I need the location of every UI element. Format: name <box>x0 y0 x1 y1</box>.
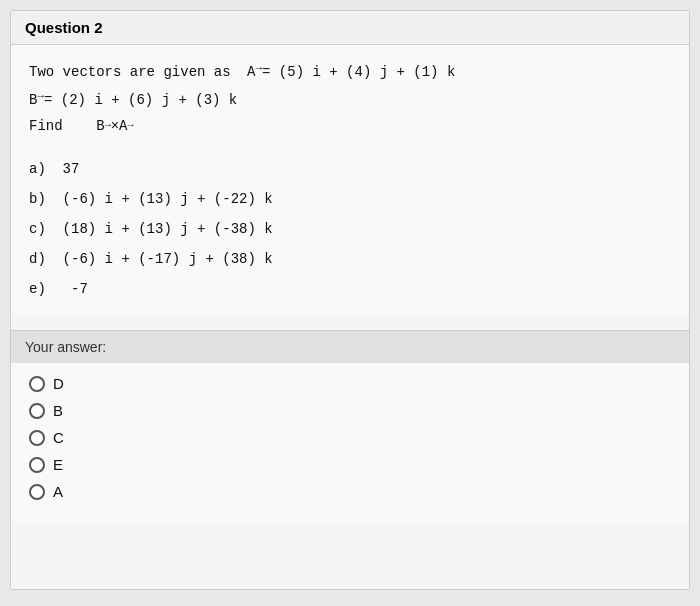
option-c: c) (18) i + (13) j + (-38) k <box>29 214 671 244</box>
question-intro: Two vectors are given as <box>29 61 231 85</box>
radio-label-d: D <box>53 375 64 392</box>
radio-label-e: E <box>53 456 63 473</box>
radio-circle-d[interactable] <box>29 376 45 392</box>
radio-circle-b[interactable] <box>29 403 45 419</box>
radio-item-e[interactable]: E <box>29 456 671 473</box>
your-answer-label: Your answer: <box>25 339 106 355</box>
vector-b-def: = (2) i + (6) j + (3) k <box>44 92 237 108</box>
radio-item-b[interactable]: B <box>29 402 671 419</box>
option-d: d) (-6) i + (-17) j + (38) k <box>29 244 671 274</box>
radio-circle-e[interactable] <box>29 457 45 473</box>
radio-options-container: D B C E A <box>11 363 689 522</box>
question-header: Question 2 <box>11 11 689 45</box>
question-body: Two vectors are given as A→ = (5) i + (4… <box>11 45 689 314</box>
radio-circle-a[interactable] <box>29 484 45 500</box>
options-list: a) 37 b) (-6) i + (13) j + (-22) k c) (1… <box>29 154 671 304</box>
option-a: a) 37 <box>29 154 671 184</box>
option-b: b) (-6) i + (13) j + (-22) k <box>29 184 671 214</box>
radio-label-a: A <box>53 483 63 500</box>
vector-a-full: A→ = (5) i + (4) j + (1) k <box>247 61 455 85</box>
vector-b-full: B→ = (2) i + (6) j + (3) k <box>29 89 237 113</box>
radio-label-c: C <box>53 429 64 446</box>
vector-a-label: A→ <box>247 61 262 85</box>
radio-item-d[interactable]: D <box>29 375 671 392</box>
find-b-arrow: B <box>96 118 104 134</box>
radio-label-b: B <box>53 402 63 419</box>
question-title: Question 2 <box>25 19 103 36</box>
radio-item-a[interactable]: A <box>29 483 671 500</box>
radio-circle-c[interactable] <box>29 430 45 446</box>
your-answer-section: Your answer: <box>11 330 689 363</box>
question-line1: Two vectors are given as A→ = (5) i + (4… <box>29 61 671 113</box>
vector-b-label: B→ <box>29 89 44 113</box>
question-card: Question 2 Two vectors are given as A→ =… <box>10 10 690 590</box>
question-line2: Find B→×A→ <box>29 115 671 139</box>
option-e: e) -7 <box>29 274 671 304</box>
find-label: Find <box>29 118 63 134</box>
find-expression: B→×A→ <box>96 118 133 134</box>
radio-item-c[interactable]: C <box>29 429 671 446</box>
vector-a-def: = (5) i + (4) j + (1) k <box>262 64 455 80</box>
